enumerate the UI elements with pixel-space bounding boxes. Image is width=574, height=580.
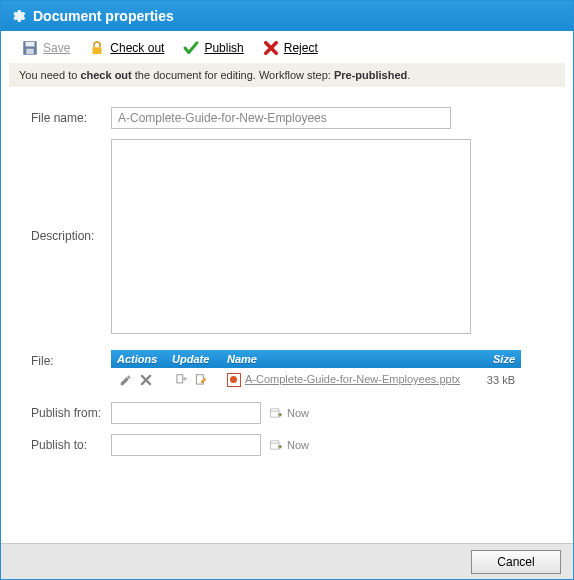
save-icon [21, 39, 39, 57]
publish-from-input[interactable] [111, 402, 261, 424]
title-bar: Document properties [1, 1, 573, 31]
publish-button[interactable]: Publish [182, 39, 243, 57]
notice-bold: Pre-published [334, 69, 407, 81]
check-icon [182, 39, 200, 57]
notice-text: . [407, 69, 410, 81]
now-button-to[interactable]: Now [267, 436, 309, 454]
svg-rect-1 [26, 42, 35, 47]
col-name: Name [227, 353, 475, 365]
col-update: Update [172, 353, 227, 365]
form: File name: Description: File: Actions Up… [1, 87, 573, 476]
reject-button[interactable]: Reject [262, 39, 318, 57]
col-size: Size [475, 353, 515, 365]
file-link[interactable]: A-Complete-Guide-for-New-Employees.pptx [245, 373, 460, 385]
file-label: File: [31, 350, 111, 368]
lock-icon [88, 39, 106, 57]
publish-label: Publish [204, 41, 243, 55]
publish-to-input[interactable] [111, 434, 261, 456]
svg-rect-6 [271, 409, 279, 417]
save-button: Save [21, 39, 70, 57]
page-edit-icon[interactable] [192, 371, 210, 389]
reject-icon [262, 39, 280, 57]
svg-rect-7 [271, 441, 279, 449]
file-table: Actions Update Name Size A-Complete-Guid… [111, 350, 521, 392]
file-name-input[interactable] [111, 107, 451, 129]
checkout-label: Check out [110, 41, 164, 55]
svg-rect-2 [26, 49, 34, 54]
reject-label: Reject [284, 41, 318, 55]
pptx-icon [227, 373, 241, 387]
toolbar: Save Check out Publish Reject [1, 31, 573, 63]
file-name-label: File name: [31, 111, 111, 125]
notice-bar: You need to check out the document for e… [9, 63, 565, 87]
file-table-row: A-Complete-Guide-for-New-Employees.pptx … [111, 368, 521, 392]
upload-icon[interactable] [172, 371, 190, 389]
description-label: Description: [31, 139, 111, 243]
notice-text: the document for editing. Workflow step: [132, 69, 334, 81]
now-label: Now [287, 439, 309, 451]
notice-text: You need to [19, 69, 80, 81]
checkout-button[interactable]: Check out [88, 39, 164, 57]
cancel-button[interactable]: Cancel [471, 550, 561, 574]
dialog-title: Document properties [33, 8, 174, 24]
save-label: Save [43, 41, 70, 55]
now-label: Now [287, 407, 309, 419]
svg-rect-3 [93, 47, 102, 54]
publish-from-label: Publish from: [31, 406, 111, 420]
edit-icon[interactable] [117, 371, 135, 389]
calendar-now-icon [267, 404, 285, 422]
delete-icon[interactable] [137, 371, 155, 389]
now-button-from[interactable]: Now [267, 404, 309, 422]
file-table-header: Actions Update Name Size [111, 350, 521, 368]
description-input[interactable] [111, 139, 471, 334]
gear-icon [9, 7, 27, 25]
col-actions: Actions [117, 353, 172, 365]
calendar-now-icon [267, 436, 285, 454]
publish-to-label: Publish to: [31, 438, 111, 452]
notice-bold: check out [80, 69, 131, 81]
file-size: 33 kB [475, 374, 515, 386]
svg-rect-4 [177, 375, 183, 383]
footer: Cancel [1, 543, 573, 579]
